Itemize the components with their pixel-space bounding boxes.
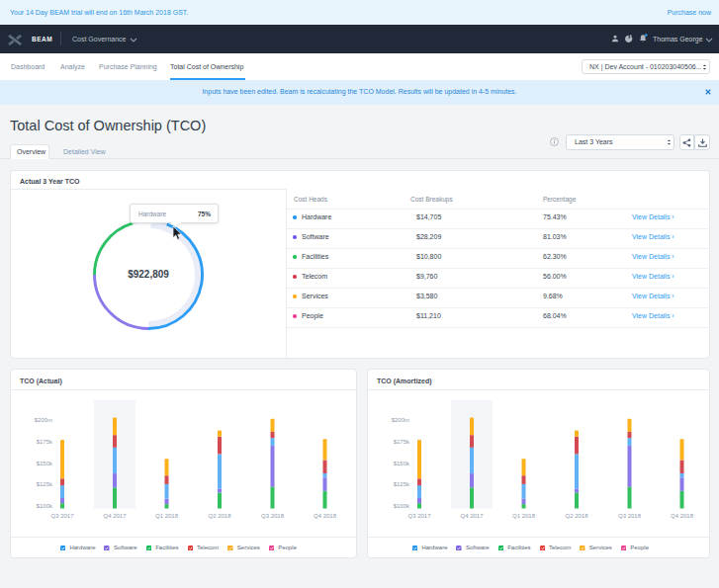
svg-text:Q3 2018: Q3 2018 bbox=[261, 513, 285, 519]
svg-text:Q4 2018: Q4 2018 bbox=[314, 513, 337, 519]
svg-text:$200m: $200m bbox=[392, 417, 409, 423]
svg-text:Q4 2018: Q4 2018 bbox=[671, 513, 694, 519]
svg-text:$175k: $175k bbox=[37, 439, 53, 445]
svg-text:Q2 2018: Q2 2018 bbox=[565, 513, 588, 519]
svg-text:$100k: $100k bbox=[37, 503, 53, 509]
svg-text:Q1 2018: Q1 2018 bbox=[155, 513, 179, 519]
svg-text:Q3 2017: Q3 2017 bbox=[407, 513, 431, 519]
svg-text:Q3 2017: Q3 2017 bbox=[50, 513, 74, 519]
svg-text:$125k: $125k bbox=[37, 481, 53, 487]
svg-text:$200m: $200m bbox=[35, 417, 52, 423]
svg-text:$100k: $100k bbox=[394, 503, 410, 509]
svg-text:Q1 2018: Q1 2018 bbox=[512, 513, 536, 519]
svg-text:Q2 2018: Q2 2018 bbox=[208, 513, 231, 519]
svg-text:Q4 2017: Q4 2017 bbox=[460, 513, 484, 519]
svg-text:Q3 2018: Q3 2018 bbox=[618, 513, 642, 519]
svg-text:$175k: $175k bbox=[394, 439, 410, 445]
svg-text:$150k: $150k bbox=[37, 461, 53, 466]
svg-text:$150k: $150k bbox=[394, 461, 410, 466]
svg-text:$125k: $125k bbox=[394, 481, 410, 487]
svg-text:Q4 2017: Q4 2017 bbox=[103, 513, 127, 519]
